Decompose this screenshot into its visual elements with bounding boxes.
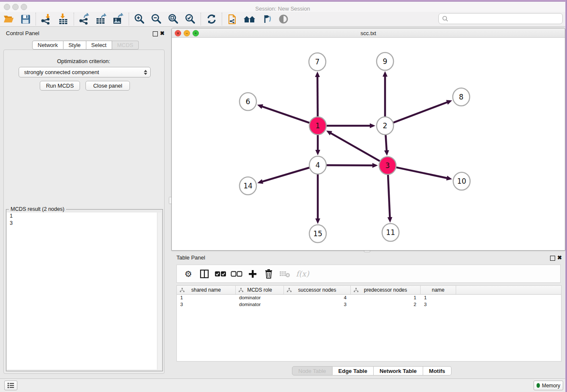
- home-button[interactable]: [241, 12, 258, 26]
- toolbar-separator: [129, 13, 129, 25]
- mcds-result-item: 3: [7, 220, 161, 227]
- tab-network[interactable]: Network: [32, 41, 63, 50]
- hide-selected-button[interactable]: [258, 12, 275, 26]
- graph-edge-arrowhead: [372, 163, 378, 168]
- search-input[interactable]: [449, 16, 562, 22]
- mcds-result-list[interactable]: 13: [7, 213, 161, 370]
- column-header-successor-nodes[interactable]: successor nodes: [284, 286, 351, 294]
- zoom-in-button[interactable]: [131, 12, 148, 26]
- delete-column-button[interactable]: [261, 267, 277, 281]
- graph-node-label-1: 1: [316, 121, 320, 130]
- graph-edge-4-3[interactable]: [327, 165, 373, 166]
- tab-network-table[interactable]: Network Table: [374, 366, 423, 375]
- column-header-MCDS-role[interactable]: MCDS role: [236, 286, 284, 294]
- import-table-button[interactable]: [55, 12, 72, 26]
- graph-edge-arrowhead: [446, 100, 452, 105]
- table-cell[interactable]: dominator: [236, 295, 284, 301]
- table-cell[interactable]: 3: [421, 301, 456, 308]
- column-header-shared-name[interactable]: shared name: [177, 286, 236, 294]
- dropdown-stepper-icon: [143, 69, 148, 76]
- table-cell[interactable]: 4: [284, 295, 351, 301]
- table-cell[interactable]: dominator: [236, 301, 284, 308]
- graph-edge-arrowhead: [388, 217, 393, 223]
- zoom-fit-button[interactable]: [165, 12, 182, 26]
- function-builder-button[interactable]: f(x): [293, 267, 312, 281]
- task-history-button[interactable]: [4, 381, 17, 390]
- list-icon: [7, 382, 14, 389]
- tab-edge-table[interactable]: Edge Table: [333, 366, 374, 375]
- criterion-dropdown[interactable]: strongly connected component: [19, 67, 151, 77]
- export-table-button[interactable]: [93, 12, 110, 26]
- table-cell[interactable]: 2: [351, 301, 421, 308]
- result-scrollbar[interactable]: [157, 213, 161, 370]
- clone-network-button[interactable]: [224, 12, 241, 26]
- column-header-name[interactable]: name: [421, 286, 456, 294]
- export-table-icon: [96, 13, 107, 25]
- tab-select[interactable]: Select: [86, 41, 112, 50]
- column-header-predecessor-nodes[interactable]: predecessor nodes: [351, 286, 421, 294]
- graph-edge-3-10[interactable]: [396, 167, 448, 178]
- graph-edge-2-3[interactable]: [385, 135, 386, 151]
- zoom-fit-icon: [168, 13, 179, 25]
- window-highlight-border-right: [565, 0, 567, 392]
- tab-style[interactable]: Style: [63, 41, 86, 50]
- control-panel-title: Control Panel: [6, 30, 39, 36]
- save-session-button[interactable]: [17, 12, 34, 26]
- mcds-result-title: MCDS result (2 nodes): [9, 206, 66, 212]
- table-row[interactable]: 1dominator411: [177, 295, 561, 301]
- table-cell[interactable]: 3: [284, 301, 351, 308]
- float-table-panel-button[interactable]: [550, 256, 555, 261]
- close-table-panel-button[interactable]: ✖: [557, 256, 562, 260]
- checked-boxes-icon: [215, 271, 226, 277]
- columns-icon: [200, 269, 209, 279]
- split-columns-button[interactable]: [196, 267, 212, 281]
- close-panel-button[interactable]: Close panel: [85, 81, 130, 91]
- graph-edge-3-1[interactable]: [330, 133, 380, 161]
- table-cell[interactable]: 1: [421, 295, 456, 301]
- table-cell[interactable]: 1: [177, 295, 236, 301]
- select-all-button[interactable]: [212, 267, 228, 281]
- graph-edge-2-8[interactable]: [394, 102, 448, 123]
- graph-edge-arrowhead: [257, 179, 263, 184]
- export-image-button[interactable]: [110, 12, 127, 26]
- graph-edge-1-6[interactable]: [261, 106, 309, 123]
- network-window-titlebar[interactable]: ✕ − + scc.txt: [172, 28, 565, 38]
- control-panel-tab-bar: NetworkStyleSelectMCDS: [32, 41, 139, 50]
- show-hidden-button[interactable]: [275, 12, 292, 26]
- table-cell[interactable]: 1: [351, 295, 421, 301]
- memory-status-icon: [537, 383, 540, 388]
- graph-edge-4-14[interactable]: [262, 168, 309, 182]
- graph-node-label-10: 10: [457, 177, 466, 185]
- title-bar: Session: New Session: [0, 2, 565, 12]
- zoom-out-button[interactable]: [148, 12, 165, 26]
- graph-node-label-11: 11: [386, 228, 395, 237]
- deselect-all-button[interactable]: [228, 267, 245, 281]
- open-file-button[interactable]: [0, 12, 17, 26]
- close-panel-icon-button[interactable]: ✖: [160, 31, 165, 36]
- tab-motifs[interactable]: Motifs: [423, 366, 451, 375]
- graph-node-label-15: 15: [313, 229, 322, 238]
- tab-mcds[interactable]: MCDS: [112, 41, 139, 50]
- status-bar: Memory: [0, 378, 565, 392]
- table-settings-button[interactable]: ⚙: [180, 267, 196, 281]
- delete-table-button[interactable]: [277, 267, 293, 281]
- network-canvas[interactable]: 7968124314101511: [172, 37, 564, 249]
- add-column-button[interactable]: [245, 267, 261, 281]
- graph-edge-3-11[interactable]: [388, 174, 390, 218]
- import-network-button[interactable]: [38, 12, 55, 26]
- run-mcds-button[interactable]: Run MCDS: [40, 81, 80, 91]
- tab-node-table[interactable]: Node Table: [292, 366, 333, 375]
- node-table: shared nameMCDS rolesuccessor nodesprede…: [176, 285, 561, 362]
- zoom-selected-button[interactable]: [182, 12, 199, 26]
- graph-edge-1-7[interactable]: [317, 76, 318, 117]
- export-network-button[interactable]: [76, 12, 93, 26]
- apply-layout-button[interactable]: [203, 12, 220, 26]
- graph-node-label-3: 3: [385, 161, 390, 170]
- graph-edge-arrowhead: [315, 150, 320, 155]
- table-cell[interactable]: 3: [177, 301, 236, 308]
- graph-node-label-8: 8: [459, 93, 464, 101]
- table-header-row: shared nameMCDS rolesuccessor nodesprede…: [177, 286, 561, 295]
- float-panel-button[interactable]: [153, 31, 158, 36]
- table-row[interactable]: 3dominator323: [177, 301, 561, 308]
- memory-button[interactable]: Memory: [534, 381, 563, 390]
